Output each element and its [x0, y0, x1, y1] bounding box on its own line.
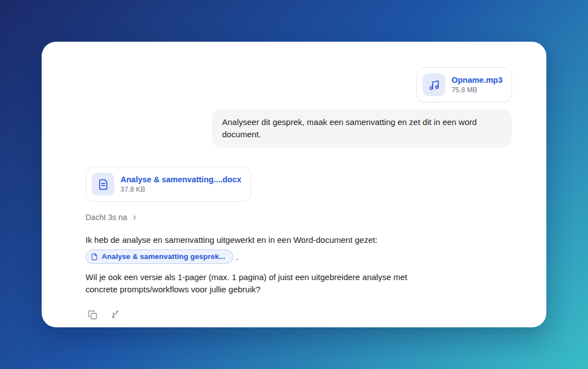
- thinking-disclosure[interactable]: Dacht 3s na: [86, 213, 138, 222]
- copy-icon: [88, 310, 98, 320]
- attachment-filesize: 75.8 MB: [451, 86, 502, 94]
- user-message-bubble: Analyseer dit gesprek, maak een samenvat…: [212, 109, 512, 148]
- chat-card: Opname.mp3 75.8 MB Analyseer dit gesprek…: [42, 42, 546, 327]
- attachment-filename: Opname.mp3: [451, 75, 502, 85]
- branch-button[interactable]: [108, 308, 123, 322]
- thinking-label: Dacht 3s na: [86, 213, 127, 222]
- assistant-paragraph-2: Wil je ook een versie als 1-pager (max. …: [86, 271, 419, 296]
- attachment-filename: Analyse & samenvatting....docx: [120, 174, 242, 184]
- assistant-paragraph-1: Ik heb de analyse en samenvatting uitgew…: [86, 234, 512, 246]
- inline-file-chip[interactable]: Analyse & samenvatting gesprek...: [86, 250, 233, 264]
- inline-file-name: Analyse & samenvatting gesprek...: [102, 252, 225, 262]
- file-icon: [91, 253, 98, 261]
- copy-button[interactable]: [86, 308, 100, 322]
- music-note-icon: [423, 73, 445, 96]
- branch-icon: [110, 310, 120, 320]
- sentence-period: .: [236, 252, 238, 262]
- user-attachment-card[interactable]: Opname.mp3 75.8 MB: [416, 67, 512, 102]
- assistant-attachment-card[interactable]: Analyse & samenvatting....docx 37.8 KB: [86, 167, 251, 202]
- chevron-right-icon: [131, 214, 138, 221]
- attachment-filesize: 37.8 KB: [120, 186, 242, 194]
- file-text-icon: [92, 173, 114, 196]
- message-actions: [86, 308, 512, 322]
